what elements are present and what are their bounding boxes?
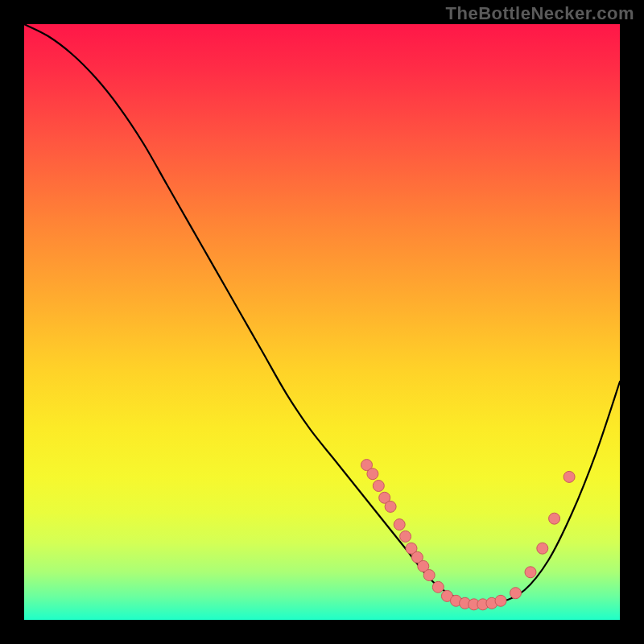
scatter-point bbox=[367, 469, 378, 480]
scatter-point bbox=[537, 543, 548, 554]
watermark-text: TheBottleNecker.com bbox=[446, 3, 634, 24]
scatter-point bbox=[385, 501, 396, 512]
chart-container: TheBottleNecker.com bbox=[0, 0, 644, 644]
curve-layer bbox=[24, 24, 620, 620]
scatter-point bbox=[432, 581, 444, 592]
scatter-point bbox=[495, 595, 506, 606]
scatter-point bbox=[373, 481, 384, 492]
bottleneck-curve bbox=[24, 24, 620, 603]
scatter-point bbox=[564, 471, 575, 482]
scatter-point bbox=[423, 570, 435, 581]
scatter-point bbox=[510, 588, 522, 599]
scatter-point bbox=[549, 513, 560, 524]
scatter-point bbox=[525, 567, 536, 578]
plot-area bbox=[24, 24, 620, 620]
scatter-point bbox=[400, 530, 411, 542]
scatter-point bbox=[394, 519, 405, 530]
scatter-points bbox=[361, 460, 576, 610]
